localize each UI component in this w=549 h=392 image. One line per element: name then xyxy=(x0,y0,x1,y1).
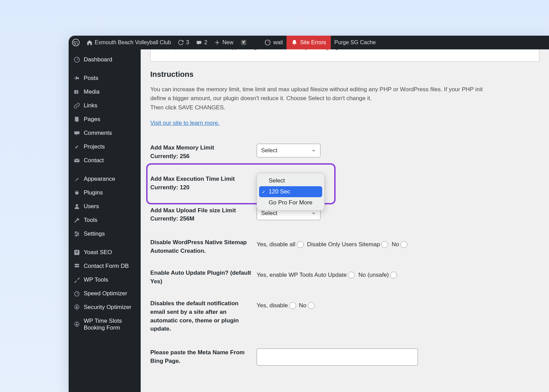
exec-option-gopro[interactable]: Go Pro For More xyxy=(259,197,322,208)
plus-icon xyxy=(214,39,220,46)
email-opt1-label: Yes, disable xyxy=(257,299,288,312)
new-content-link[interactable]: New xyxy=(211,36,237,49)
svg-point-16 xyxy=(74,292,79,296)
pin-icon xyxy=(73,143,80,150)
sidebar-item-plugins[interactable]: Plugins xyxy=(69,186,141,200)
memory-select-value: Select xyxy=(261,147,277,154)
sitemap-radio-all[interactable] xyxy=(297,241,304,248)
sidebar-item-label: Comments xyxy=(84,130,112,136)
brush-icon xyxy=(73,176,80,182)
refresh-icon xyxy=(178,39,184,46)
email-radio-yes[interactable] xyxy=(289,302,296,309)
sidebar-item-contact[interactable]: Contact xyxy=(69,154,141,167)
site-errors-label: Site Errors xyxy=(300,39,326,46)
learn-more-link[interactable]: Visit our site to learn more. xyxy=(150,120,220,127)
plug-icon xyxy=(73,189,80,196)
updates-count: 3 xyxy=(186,39,189,46)
sidebar-item-posts[interactable]: Posts xyxy=(69,71,141,85)
sidebar-item-label: Yoast SEO xyxy=(84,249,112,256)
memory-select[interactable]: Select xyxy=(257,144,320,157)
sidebar-item-wptools[interactable]: WP Tools xyxy=(69,273,141,287)
autoupdate-radio-no[interactable] xyxy=(390,272,397,278)
svg-point-12 xyxy=(76,235,77,236)
sidebar-item-pages[interactable]: Pages xyxy=(69,112,141,126)
sidebar-item-tools[interactable]: Tools xyxy=(69,213,141,227)
svg-rect-14 xyxy=(74,264,79,265)
sidebar-item-label: WP Time Slots Booking Form xyxy=(84,318,136,331)
wordpress-icon xyxy=(72,39,80,46)
yoast-bar-item[interactable] xyxy=(237,36,250,49)
sidebar-item-label: Settings xyxy=(84,230,105,237)
speed-icon xyxy=(73,290,80,297)
user-icon xyxy=(73,203,80,210)
wp-admin-bar: Exmouth Beach Volleyball Club 3 2 New wa… xyxy=(69,36,549,49)
autoupdate-opt1-label: Yes, enable WP Tools Auto Update xyxy=(257,269,347,281)
database-icon xyxy=(73,263,80,270)
row-autoupdate: Enable Auto Update Plugin? (default Yes)… xyxy=(150,260,539,290)
sitemap-radio-usersonly[interactable] xyxy=(381,241,388,248)
email-label: Disables the default notification email … xyxy=(150,300,239,332)
site-name-link[interactable]: Exmouth Beach Volleyball Club xyxy=(83,36,174,49)
pin-icon xyxy=(73,75,80,82)
memory-current: Currently: 256 xyxy=(150,152,253,161)
sidebar-item-links[interactable]: Links xyxy=(69,99,141,112)
row-disable-email: Disables the default notification email … xyxy=(150,290,539,338)
sidebar-item-timeslots[interactable]: WP Time Slots Booking Form xyxy=(69,314,141,335)
bell-icon xyxy=(291,39,297,46)
email-radio-no[interactable] xyxy=(308,302,315,309)
exec-dropdown: Select 120 Sec Go Pro For More xyxy=(257,173,325,211)
sidebar-item-cfdb[interactable]: Contact Form DB xyxy=(69,259,141,273)
updates-link[interactable]: 3 xyxy=(174,36,192,49)
exec-label: Add Max Execution Time Limit xyxy=(150,176,235,182)
sidebar-item-comments[interactable]: Comments xyxy=(69,126,141,140)
wrench-icon xyxy=(73,217,80,224)
exec-option-select[interactable]: Select xyxy=(259,175,322,186)
metaname-textarea[interactable] xyxy=(257,348,418,366)
exec-option-120sec[interactable]: 120 Sec xyxy=(259,186,322,197)
sitemap-opt2-label: Disable Only Users Sitemap xyxy=(307,238,380,251)
link-icon xyxy=(73,102,80,109)
sitemap-radio-no[interactable] xyxy=(400,241,407,248)
dashboard-icon xyxy=(73,56,80,63)
sidebar-item-label: Projects xyxy=(84,143,105,150)
sidebar-item-label: Security Optimizer xyxy=(84,304,131,311)
sidebar-item-label: Links xyxy=(84,102,97,109)
sidebar-item-projects[interactable]: Projects xyxy=(69,140,141,154)
site-errors-button[interactable]: Site Errors xyxy=(287,36,331,49)
svg-point-18 xyxy=(76,324,78,325)
sidebar-item-label: Appearance xyxy=(84,176,115,182)
purge-cache-link[interactable]: Purge SG Cache xyxy=(331,36,379,49)
sidebar-item-label: WP Tools xyxy=(84,276,108,283)
sidebar-item-yoast[interactable]: Yoast SEO xyxy=(69,246,141,259)
sidebar-item-label: Dashboard xyxy=(84,56,112,63)
sidebar-item-label: Contact Form DB xyxy=(84,263,129,270)
row-meta-name: Please paste the Meta Name From Bing Pag… xyxy=(150,338,539,370)
comments-link[interactable]: 2 xyxy=(192,36,211,49)
main-content: Please, contact me at our Support Page t… xyxy=(141,49,549,392)
sidebar-item-settings[interactable]: Settings xyxy=(69,227,141,241)
sidebar-item-security[interactable]: Security Optimizer xyxy=(69,300,141,314)
autoupdate-radio-yes[interactable] xyxy=(348,272,355,278)
row-exec-time: Add Max Execution Time Limit Currently: … xyxy=(150,165,539,201)
sidebar-item-speed[interactable]: Speed Optimizer xyxy=(69,287,141,300)
home-icon xyxy=(86,39,93,46)
sitemap-opt3-label: No xyxy=(392,238,399,251)
wp-logo[interactable] xyxy=(69,36,83,49)
sidebar-item-appearance[interactable]: Appearance xyxy=(69,172,141,186)
sidebar-item-users[interactable]: Users xyxy=(69,200,141,213)
sidebar-item-label: Contact xyxy=(84,157,104,164)
comments-count: 2 xyxy=(204,39,207,46)
metaname-label: Please paste the Meta Name From Bing Pag… xyxy=(150,349,245,364)
sliders-icon xyxy=(73,230,80,237)
yoast-icon xyxy=(240,39,247,46)
autoupdate-opt2-label: No (unsafe) xyxy=(358,269,389,281)
sidebar-item-media[interactable]: Media xyxy=(69,85,141,99)
autoupdate-label: Enable Auto Update Plugin? (default Yes) xyxy=(150,270,251,285)
chevron-down-icon xyxy=(311,211,316,216)
svg-point-17 xyxy=(76,307,78,308)
wait-indicator[interactable]: wait xyxy=(261,36,286,49)
sidebar-item-label: Tools xyxy=(84,217,97,224)
memory-label: Add Max Memory Limit xyxy=(150,144,214,151)
sidebar-item-dashboard[interactable]: Dashboard xyxy=(69,53,141,67)
comment-icon xyxy=(196,39,202,46)
